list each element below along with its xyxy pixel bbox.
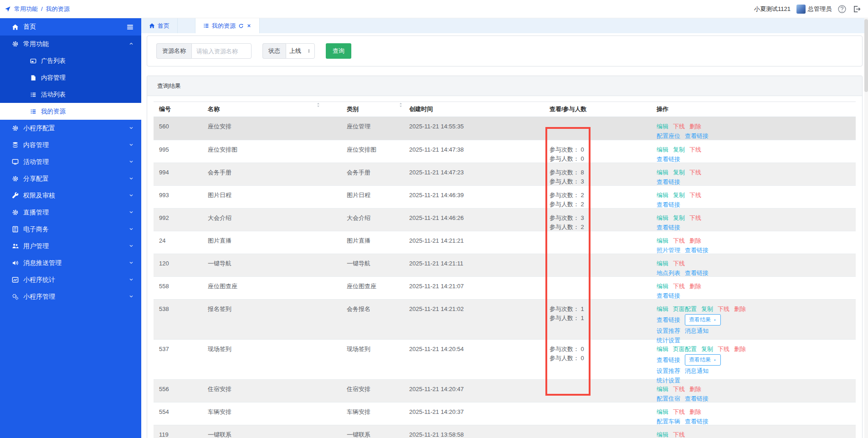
sidebar-item-message-push[interactable]: 消息推送管理 <box>0 255 141 271</box>
sidebar-item-user-management[interactable]: 用户管理 <box>0 238 141 255</box>
scrollbar-thumb[interactable] <box>864 19 868 92</box>
offline-link[interactable]: 下线 <box>673 385 685 393</box>
row-category: 图片日程 <box>347 191 409 199</box>
close-icon[interactable] <box>247 23 252 28</box>
logout-icon[interactable] <box>853 5 861 13</box>
view-link[interactable]: 查看链接 <box>657 291 680 300</box>
view-link[interactable]: 查看链接 <box>657 316 680 324</box>
delete-link[interactable]: 删除 <box>734 305 746 313</box>
view-link[interactable]: 查看链接 <box>685 394 709 403</box>
sidebar-item-live-management[interactable]: 直播管理 <box>0 204 141 221</box>
copy-link[interactable]: 复制 <box>673 214 685 222</box>
offline-link[interactable]: 下线 <box>673 236 685 245</box>
sidebar-item-e-commerce[interactable]: 电子商务 <box>0 221 141 238</box>
view-link[interactable]: 查看链接 <box>685 132 709 140</box>
sidebar-item-share-config[interactable]: 分享配置 <box>0 170 141 187</box>
view-link[interactable]: 查看链接 <box>657 200 680 209</box>
sort-icon[interactable] <box>398 102 404 108</box>
stats-settings-link[interactable]: 统计设置 <box>657 376 680 385</box>
edit-link[interactable]: 编辑 <box>657 305 668 313</box>
chevron-down-icon <box>128 159 134 164</box>
edit-link[interactable]: 编辑 <box>657 236 668 245</box>
query-button[interactable]: 查询 <box>326 43 351 59</box>
view-results-button[interactable]: 查看结果 <box>685 314 721 326</box>
copy-link[interactable]: 复制 <box>673 191 685 199</box>
message-notify-link[interactable]: 消息通知 <box>685 326 709 335</box>
edit-link[interactable]: 编辑 <box>657 191 668 199</box>
view-link[interactable]: 查看链接 <box>657 155 680 163</box>
photo-management-link[interactable]: 照片管理 <box>657 246 680 255</box>
delete-link[interactable]: 删除 <box>734 345 746 353</box>
delete-link[interactable]: 删除 <box>689 236 701 245</box>
stats-settings-link[interactable]: 统计设置 <box>657 336 680 345</box>
edit-link[interactable]: 编辑 <box>657 168 668 177</box>
breadcrumb-common-functions[interactable]: 常用功能 <box>14 5 38 13</box>
offline-link[interactable]: 下线 <box>673 430 685 438</box>
page-config-link[interactable]: 页面配置 <box>673 345 697 353</box>
edit-link[interactable]: 编辑 <box>657 407 668 416</box>
sidebar-item-miniapp-stats[interactable]: 小程序统计 <box>0 271 141 288</box>
sidebar-item-content-management[interactable]: 内容管理 <box>0 137 141 153</box>
copy-link[interactable]: 复制 <box>673 168 685 177</box>
edit-link[interactable]: 编辑 <box>657 345 668 353</box>
edit-link[interactable]: 编辑 <box>657 145 668 154</box>
message-notify-link[interactable]: 消息通知 <box>685 367 709 375</box>
view-link[interactable]: 查看链接 <box>685 417 709 426</box>
sidebar-item-common-functions[interactable]: 常用功能 <box>0 36 141 52</box>
set-recommend-link[interactable]: 设置推荐 <box>657 367 680 375</box>
help-icon[interactable] <box>837 5 847 14</box>
view-link[interactable]: 查看链接 <box>657 356 680 364</box>
copy-link[interactable]: 复制 <box>701 345 713 353</box>
edit-link[interactable]: 编辑 <box>657 122 668 131</box>
status-select[interactable]: 上线 <box>286 43 315 59</box>
offline-link[interactable]: 下线 <box>718 345 729 353</box>
sidebar-item-miniapp-management[interactable]: 小程序管理 <box>0 288 141 305</box>
view-link[interactable]: 查看链接 <box>685 246 709 255</box>
view-link[interactable]: 查看链接 <box>685 269 709 277</box>
sidebar-item-miniapp-config[interactable]: 小程序配置 <box>0 120 141 137</box>
edit-link[interactable]: 编辑 <box>657 282 668 290</box>
avatar[interactable] <box>796 5 806 14</box>
menu-collapse-icon[interactable] <box>126 23 134 31</box>
offline-link[interactable]: 下线 <box>673 282 685 290</box>
configure-vehicles-link[interactable]: 配置车辆 <box>657 417 680 426</box>
offline-link[interactable]: 下线 <box>673 122 685 131</box>
offline-link[interactable]: 下线 <box>718 305 729 313</box>
edit-link[interactable]: 编辑 <box>657 385 668 393</box>
view-results-button[interactable]: 查看结果 <box>685 354 721 366</box>
set-recommend-link[interactable]: 设置推荐 <box>657 326 680 335</box>
offline-link[interactable]: 下线 <box>689 145 701 154</box>
copy-link[interactable]: 复制 <box>701 305 713 313</box>
delete-link[interactable]: 删除 <box>689 122 701 131</box>
sidebar-item-ad-list[interactable]: 广告列表 <box>0 52 141 69</box>
tab-home[interactable]: 首页 <box>141 18 178 33</box>
offline-link[interactable]: 下线 <box>689 214 701 222</box>
edit-link[interactable]: 编辑 <box>657 214 668 222</box>
copy-link[interactable]: 复制 <box>673 145 685 154</box>
view-link[interactable]: 查看链接 <box>657 223 680 232</box>
sidebar-item-content-management-sub[interactable]: 内容管理 <box>0 69 141 86</box>
sort-icon[interactable] <box>315 102 321 108</box>
offline-link[interactable]: 下线 <box>673 407 685 416</box>
sidebar-item-my-resources[interactable]: 我的资源 <box>0 103 141 120</box>
sidebar-item-home[interactable]: 首页 <box>0 18 141 36</box>
offline-link[interactable]: 下线 <box>689 191 701 199</box>
delete-link[interactable]: 删除 <box>689 282 701 290</box>
page-config-link[interactable]: 页面配置 <box>673 305 697 313</box>
delete-link[interactable]: 删除 <box>689 385 701 393</box>
delete-link[interactable]: 删除 <box>689 407 701 416</box>
configure-seats-link[interactable]: 配置座位 <box>657 132 680 140</box>
sidebar-item-activity-management[interactable]: 活动管理 <box>0 153 141 170</box>
view-link[interactable]: 查看链接 <box>657 178 680 186</box>
configure-lodging-link[interactable]: 配置住宿 <box>657 394 680 403</box>
edit-link[interactable]: 编辑 <box>657 430 668 438</box>
tab-my-resources[interactable]: 我的资源 <box>195 18 260 33</box>
edit-link[interactable]: 编辑 <box>657 259 668 268</box>
resource-name-input[interactable] <box>191 43 252 59</box>
refresh-icon[interactable] <box>238 23 244 29</box>
sidebar-item-permissions-audit[interactable]: 权限及审核 <box>0 187 141 204</box>
offline-link[interactable]: 下线 <box>689 168 701 177</box>
sidebar-item-activity-list[interactable]: 活动列表 <box>0 86 141 103</box>
location-list-link[interactable]: 地点列表 <box>657 269 680 277</box>
offline-link[interactable]: 下线 <box>673 259 685 268</box>
